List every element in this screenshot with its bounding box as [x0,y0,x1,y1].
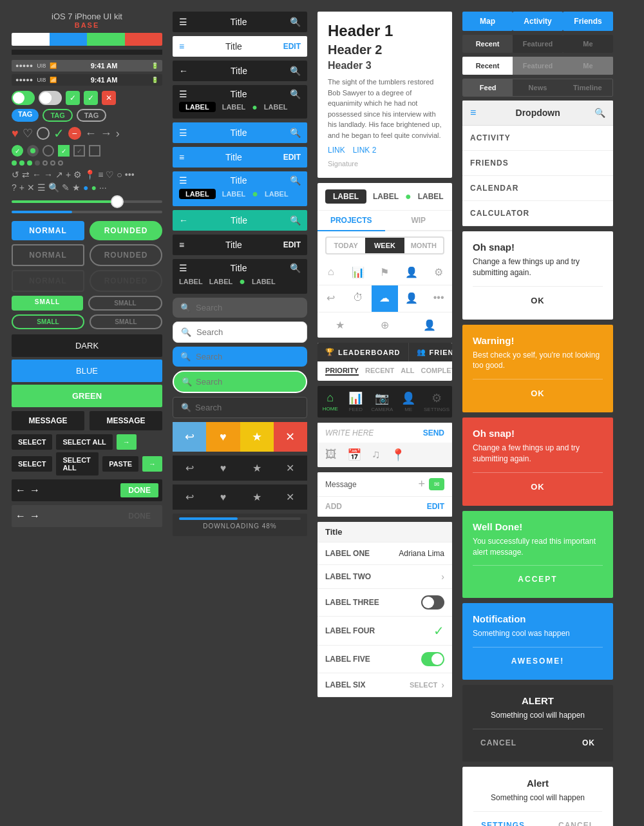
alert-ok-button-2[interactable]: OK [523,385,553,402]
tab-recent-1[interactable]: Recent [462,35,513,53]
location-media-icon[interactable]: 📍 [391,448,405,462]
tab-me-1[interactable]: Me [563,35,613,53]
checkbox-sq-empty[interactable] [89,145,100,157]
select-button-2[interactable]: SELECT [12,456,52,472]
article-link-2[interactable]: LINK 2 [353,146,377,155]
toggle-1[interactable] [12,91,35,105]
search-nav-icon-7[interactable]: 🔍 [290,263,301,273]
tab-featured-1[interactable]: Featured [513,35,563,53]
action-btn-yellow[interactable]: ★ [240,422,274,452]
rounded-green-button[interactable]: ROUNDED [90,221,162,240]
table-toggle-three[interactable] [421,595,444,610]
search-nav-icon-2[interactable]: 🔍 [290,66,301,76]
list-nav-icon[interactable]: ≡ [179,41,184,52]
action-btn-dark2-1[interactable]: ↩ [173,485,206,510]
alert-ok-button-1[interactable]: OK [523,292,553,309]
tab-activity[interactable]: Activity [513,12,563,31]
search-input-green[interactable] [196,377,304,387]
search-bar-white[interactable]: 🔍 [173,322,307,343]
search-bar-green[interactable]: 🔍 [173,370,307,393]
alert-cancel-button-1[interactable]: CANCEL [473,735,524,751]
action-btn-dark-1[interactable]: ↩ [173,456,206,481]
chat-placeholder[interactable]: WRITE HERE [325,428,423,437]
small-green-button[interactable]: SMALL [12,296,83,311]
calendar-media-icon[interactable]: 📅 [347,448,361,462]
nav-back-icon-2[interactable]: ← [15,510,26,522]
dropdown-item-calendar[interactable]: CALENDAR [462,176,613,201]
checkmark-box-2[interactable]: ✓ [84,91,98,105]
tag-white[interactable]: TAG [77,109,106,122]
filter-complete[interactable]: COMPLETE [421,367,452,376]
green-button[interactable]: GREEN [12,385,162,407]
segment-week[interactable]: WEEK [365,238,404,253]
select-button[interactable]: SELECT [12,434,52,450]
dropdown-item-activity[interactable]: ACTIVITY [462,126,613,151]
table-toggle-five[interactable] [421,652,444,666]
search-bar-blue[interactable]: 🔍 [173,347,307,367]
tab-feed[interactable]: Feed [463,79,513,96]
alert-settings-button[interactable]: SETTINGS [473,817,533,826]
search-bar-dark-border[interactable]: 🔍 [173,397,307,418]
hamburger-icon-2[interactable]: ☰ [179,89,187,99]
tab-me-2[interactable]: Me [563,57,613,75]
hamburger-icon[interactable]: ☰ [179,17,187,27]
message-button-1[interactable]: MESSAGE [12,411,84,430]
search-nav-icon-3[interactable]: 🔍 [290,89,301,99]
small-outline-button-2[interactable]: SMALL [90,314,162,329]
tag-blue[interactable]: TAG [12,109,39,122]
icon-tab-cloud[interactable]: ☁ [372,285,399,312]
back-icon-2[interactable]: ← [179,215,188,226]
bottom-nav-me[interactable]: 👤 ME [395,386,421,418]
hamburger-icon-5[interactable]: ☰ [179,263,187,273]
tab-map[interactable]: Map [462,12,513,31]
image-media-icon[interactable]: 🖼 [325,448,337,462]
tab-projects[interactable]: PROJECTS [317,211,385,231]
filter-recent[interactable]: RECENT [365,367,394,376]
music-media-icon[interactable]: ♫ [372,448,381,462]
icon-tab-person2[interactable]: 👤 [398,285,425,312]
action-btn-dark2-3[interactable]: ★ [240,485,274,510]
arrow-button[interactable]: → [117,434,137,450]
alert-awesome-button[interactable]: AWESOME! [504,653,573,669]
checkbox-sq-check[interactable]: ✓ [73,145,85,157]
bottom-nav-feed[interactable]: 📊 FEED [343,386,369,418]
icon-tab-clock[interactable]: ⏱ [345,285,372,312]
action-btn-blue[interactable]: ↩ [173,422,206,452]
hamburger-icon-3[interactable]: ☰ [179,128,187,138]
checkbox-1[interactable]: ✓ [12,145,23,157]
nav-edit-button-2[interactable]: EDIT [283,153,301,162]
small-outline-button[interactable]: SMALL [88,296,162,311]
action-btn-orange[interactable]: ♥ [206,422,240,452]
dropdown-item-friends[interactable]: FRIENDS [462,151,613,176]
filter-all[interactable]: ALL [401,367,414,376]
article-link-1[interactable]: LINK [328,146,345,155]
nav-edit-button-3[interactable]: EDIT [283,240,301,249]
edit-label[interactable]: EDIT [427,502,444,511]
icon-tab-star[interactable]: ★ [317,312,363,338]
chat-send-button[interactable]: SEND [423,428,444,437]
list-nav-icon-3[interactable]: ≡ [179,240,184,250]
alert-accept-button[interactable]: ACCEPT [510,571,565,588]
tab-featured-2[interactable]: Featured [513,57,563,75]
tab-news[interactable]: News [513,79,562,96]
normal-blue-button[interactable]: NORMAL [12,221,84,240]
icon-tab-gift[interactable]: ⊕ [363,312,408,338]
alert-cancel-button-2[interactable]: CANCEL [551,817,602,826]
bottom-nav-camera[interactable]: 📷 CAMERA [368,386,395,418]
bottom-nav-settings[interactable]: ⚙ SETTINGS [421,386,452,418]
dropdown-item-calculator[interactable]: CALCULATOR [462,201,613,226]
friends-button[interactable]: 👥 FRIENDS [408,343,452,361]
nav-forward-icon[interactable]: → [30,485,40,496]
select-all-button[interactable]: SELECT ALL [56,434,112,450]
nav-forward-icon-2[interactable]: → [30,510,40,522]
leaderboard-button[interactable]: 🏆 LEADERBOARD [317,343,408,361]
action-btn-dark-2[interactable]: ♥ [206,456,240,481]
normal-outline-button[interactable]: NORMAL [12,244,84,266]
dropdown-search-icon[interactable]: 🔍 [594,108,605,118]
arrow-button-2[interactable]: → [142,456,162,472]
action-btn-dark2-2[interactable]: ♥ [206,485,240,510]
tag-green[interactable]: TAG [43,109,72,122]
done-button[interactable]: DONE [120,483,158,497]
search-nav-icon-5[interactable]: 🔍 [290,175,301,186]
segment-today[interactable]: TODAY [327,238,365,253]
